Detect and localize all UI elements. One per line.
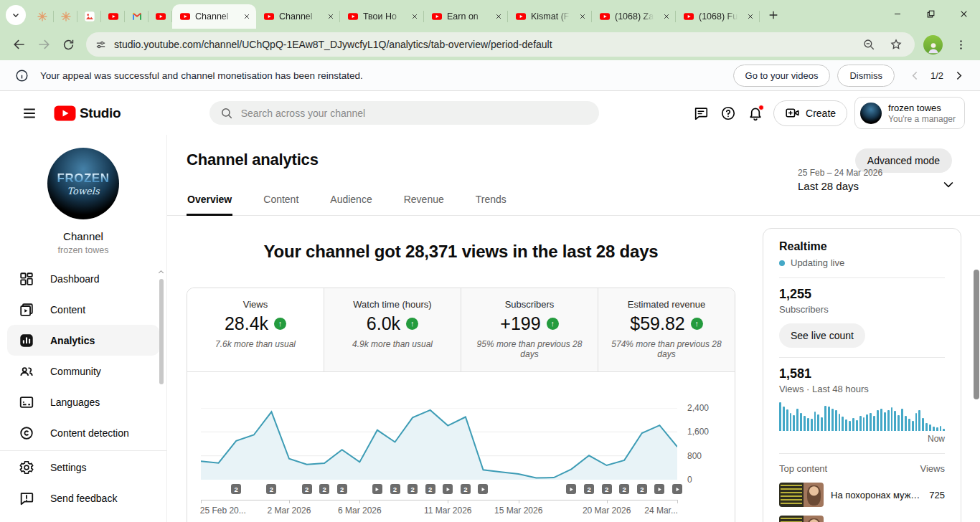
- url-bar[interactable]: studio.youtube.com/channel/UChQpQ-1EAw8T…: [86, 32, 915, 57]
- refresh-button[interactable]: [56, 32, 80, 57]
- pinned-tab-photos[interactable]: [77, 4, 101, 29]
- channel-avatar[interactable]: FROZEN Towels: [47, 148, 119, 219]
- tab-close-icon[interactable]: [576, 10, 589, 23]
- live-dot-icon: [779, 260, 785, 266]
- sidebar-item-content-detection[interactable]: Content detection: [0, 417, 166, 448]
- browser-tab[interactable]: Kismat (F: [508, 4, 592, 29]
- channel-search[interactable]: [209, 101, 599, 125]
- page-scrollbar[interactable]: [974, 270, 980, 522]
- video-marker-count[interactable]: 2: [266, 484, 276, 494]
- date-range-picker[interactable]: 25 Feb – 24 Mar 2026 Last 28 days: [798, 168, 954, 192]
- search-input[interactable]: [241, 108, 588, 119]
- video-marker-count[interactable]: 2: [584, 484, 594, 494]
- metric-card-subscribers[interactable]: Subscribers+199↑95% more than previous 2…: [461, 288, 598, 371]
- feedback-comment-icon[interactable]: [687, 100, 715, 127]
- tab-close-icon[interactable]: [324, 10, 337, 23]
- updating-live-label: Updating live: [791, 257, 844, 268]
- sidebar-item-settings[interactable]: Settings: [0, 452, 166, 483]
- go-to-videos-button[interactable]: Go to your videos: [733, 65, 831, 87]
- browser-tab[interactable]: Channel: [172, 4, 256, 29]
- site-settings-icon[interactable]: [95, 39, 107, 51]
- browser-menu-icon[interactable]: [948, 32, 973, 57]
- tab-close-icon[interactable]: [744, 10, 757, 23]
- create-button[interactable]: Create: [773, 100, 847, 126]
- bookmark-star-icon[interactable]: [886, 34, 906, 54]
- pinned-tab-youtube[interactable]: [101, 4, 125, 29]
- top-content-row[interactable]: Муж неожиданно уволил ...363: [779, 516, 945, 522]
- tab-content[interactable]: Content: [263, 188, 299, 215]
- top-content-row[interactable]: На похоронах мужа его р...725: [779, 483, 945, 507]
- back-button[interactable]: [7, 32, 32, 57]
- notifications-bell-icon[interactable]: [742, 100, 769, 127]
- minimize-button[interactable]: [881, 0, 914, 27]
- pinned-tab-starburst[interactable]: [30, 4, 54, 29]
- video-marker-play[interactable]: [372, 484, 382, 494]
- sidebar-scroll-thumb[interactable]: [159, 279, 164, 384]
- video-marker-play[interactable]: [566, 484, 576, 494]
- zoom-out-icon[interactable]: [859, 34, 879, 54]
- new-tab-button[interactable]: [763, 4, 784, 26]
- close-window-button[interactable]: [947, 0, 980, 27]
- video-marker-count[interactable]: 2: [602, 484, 612, 494]
- tab-search-button[interactable]: [6, 5, 26, 25]
- video-marker-count[interactable]: 2: [637, 484, 647, 494]
- video-marker-play[interactable]: [443, 484, 453, 494]
- browser-tab[interactable]: (1068) Fu: [676, 4, 760, 29]
- divider: [779, 357, 945, 358]
- pinned-tab-youtube[interactable]: [149, 4, 172, 29]
- pinned-tab-starburst[interactable]: [54, 4, 77, 29]
- browser-tab[interactable]: Earn on: [424, 4, 508, 29]
- forward-button[interactable]: [32, 32, 56, 57]
- video-marker-play[interactable]: [654, 484, 664, 494]
- sidebar-scrollbar[interactable]: [156, 268, 166, 447]
- scroll-up-icon[interactable]: [157, 268, 165, 276]
- sidebar-item-languages[interactable]: Languages: [0, 386, 166, 417]
- restore-button[interactable]: [914, 0, 947, 27]
- tab-close-icon[interactable]: [408, 10, 421, 23]
- metric-card-watch-time-hours-[interactable]: Watch time (hours)6.0k↑4.9k more than us…: [324, 288, 461, 371]
- video-marker-count[interactable]: 2: [390, 484, 400, 494]
- realtime-bar: [856, 420, 858, 431]
- tab-revenue[interactable]: Revenue: [403, 188, 445, 215]
- sidebar-item-community[interactable]: Community: [0, 356, 166, 386]
- sidebar-item-analytics[interactable]: Analytics: [7, 325, 159, 356]
- browser-tab[interactable]: Твои Но: [340, 4, 424, 29]
- video-marker-play[interactable]: [478, 484, 488, 494]
- account-chip[interactable]: frozen towes You're a manager: [854, 97, 965, 129]
- tab-close-icon[interactable]: [240, 10, 253, 23]
- video-marker-count[interactable]: 2: [302, 484, 312, 494]
- sidebar-item-send-feedback[interactable]: Send feedback: [0, 483, 166, 513]
- tab-audience[interactable]: Audience: [329, 188, 372, 215]
- dismiss-button[interactable]: Dismiss: [837, 65, 895, 87]
- browser-tab[interactable]: Channel: [256, 4, 340, 29]
- banner-prev-icon[interactable]: [909, 70, 921, 82]
- tab-close-icon[interactable]: [660, 10, 673, 23]
- video-marker-count[interactable]: 2: [231, 484, 241, 494]
- page-scroll-thumb[interactable]: [974, 270, 979, 399]
- browser-profile-avatar[interactable]: [923, 35, 943, 54]
- video-marker-count[interactable]: 2: [337, 484, 347, 494]
- browser-tab[interactable]: (1068) Za: [592, 4, 676, 29]
- tab-trends[interactable]: Trends: [475, 188, 507, 215]
- video-marker-play[interactable]: [672, 484, 682, 494]
- video-marker-count[interactable]: 2: [407, 484, 418, 494]
- sidebar-item-dashboard[interactable]: Dashboard: [0, 263, 166, 294]
- metric-card-estimated-revenue[interactable]: Estimated revenue$59.82↑574% more than p…: [598, 288, 735, 371]
- video-marker-count[interactable]: 2: [461, 484, 471, 494]
- banner-next-icon[interactable]: [953, 70, 965, 82]
- help-icon[interactable]: [715, 100, 742, 127]
- y-axis-label: 2,400: [687, 403, 709, 413]
- video-marker-count[interactable]: 2: [319, 484, 329, 494]
- url-text[interactable]: studio.youtube.com/channel/UChQpQ-1EAw8T…: [114, 39, 852, 50]
- tab-close-icon[interactable]: [492, 10, 505, 23]
- see-live-count-button[interactable]: See live count: [779, 323, 865, 348]
- pinned-tab-gmail[interactable]: [125, 4, 149, 29]
- studio-logo[interactable]: Studio: [54, 105, 121, 121]
- banner-page-indicator: 1/2: [930, 70, 943, 81]
- hamburger-menu-icon[interactable]: [15, 99, 44, 128]
- video-marker-count[interactable]: 2: [619, 484, 629, 494]
- sidebar-item-content[interactable]: Content: [0, 294, 166, 325]
- metric-card-views[interactable]: Views28.4k↑7.6k more than usual: [187, 288, 324, 371]
- tab-overview[interactable]: Overview: [187, 188, 232, 215]
- video-marker-count[interactable]: 2: [425, 484, 435, 494]
